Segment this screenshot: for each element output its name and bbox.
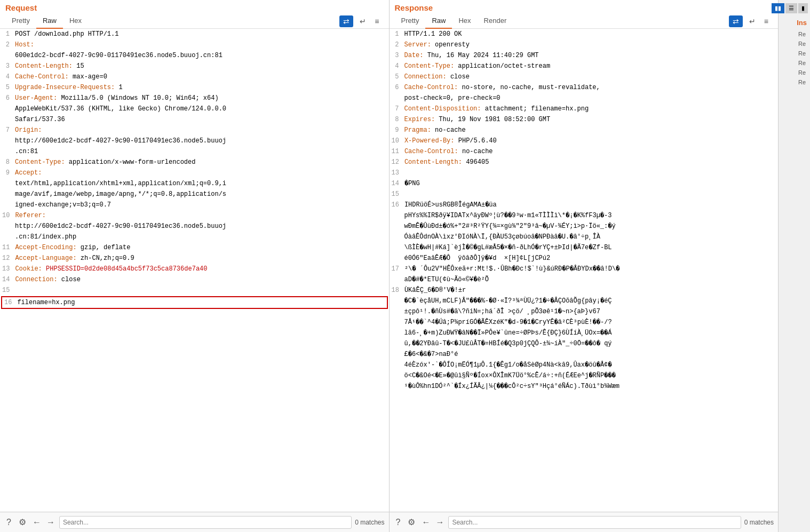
- table-row: http://600e1dc2-bcdf-4027-9c90-01170491e…: [0, 221, 389, 232]
- table-row: 17 ²\� ´Ôu2V"HÊÔxeã+r:Mt!$.·ÛBh�Ðc!$`!ù}…: [390, 264, 779, 274]
- response-content: 1 HTTP/1.1 200 OK 2 Server: openresty 3 …: [390, 29, 779, 512]
- table-row: 5 Connection: close: [390, 72, 779, 82]
- request-footer: ? ⚙ ← → 0 matches: [0, 512, 389, 532]
- table-row: ö<C�&Oé<�E»�@ûì§Ñº�Íox×ÔXÎmK7Üö°%cÊ/á÷:+…: [390, 370, 779, 381]
- table-row: ±çpô¹!.�ñÙs#�ã\?ñiN=;há´ðÎ >çö/ ¸pÕ3øê¹1…: [390, 306, 779, 317]
- inspector-item-2[interactable]: Re: [781, 39, 808, 48]
- tab-request-raw[interactable]: Raw: [36, 14, 63, 29]
- inspector-panel: ▮▮ ☰ ▮ Ins Re Re Re Re Re Re: [778, 0, 810, 532]
- table-row: 12 Accept-Language: zh-CN,zh;q=0.9: [0, 253, 389, 264]
- tab-response-render[interactable]: Render: [478, 14, 513, 29]
- table-row: AppleWebKit/537.36 (KHTML, like Gecko) C…: [0, 104, 389, 114]
- response-panel: Response Pretty Raw Hex Render ⇄ ↵ ≡ 1 H…: [390, 0, 779, 532]
- response-search-input[interactable]: [448, 516, 741, 529]
- table-row: 3 Date: Thu, 16 May 2024 11:40:29 GMT: [390, 50, 779, 61]
- tab-request-pretty[interactable]: Pretty: [5, 14, 36, 29]
- response-footer: ? ⚙ ← → 0 matches: [390, 512, 779, 532]
- table-row: mage/avif,image/webp,image/apng,*/*;q=0.…: [0, 189, 389, 200]
- table-row: 15: [390, 189, 779, 200]
- table-row: 6 Cache-Control: no-store, no-cache, mus…: [390, 82, 779, 93]
- table-row: 4 Content-Type: application/octet-stream: [390, 61, 779, 72]
- inspector-item-4[interactable]: Re: [781, 59, 808, 67]
- table-row: 2 Host:: [0, 39, 389, 50]
- request-matches-label: 0 matches: [355, 519, 384, 526]
- view-split-btn[interactable]: ▮▮: [772, 3, 784, 13]
- request-help-btn[interactable]: ?: [4, 517, 13, 528]
- table-row: 8 Expires: Thu, 19 Nov 1981 08:52:00 GMT: [390, 114, 779, 125]
- response-help-btn[interactable]: ?: [394, 517, 403, 528]
- table-row: 14 Connection: close: [0, 274, 389, 285]
- view-col-btn[interactable]: ▮: [798, 3, 808, 13]
- tab-response-hex[interactable]: Hex: [452, 14, 477, 29]
- table-row: 15: [0, 285, 389, 296]
- table-row: .cn:81/index.php: [0, 232, 389, 242]
- table-row: http://600e1dc2-bcdf-4027-9c90-01170491e…: [0, 136, 389, 146]
- view-list-btn[interactable]: ☰: [785, 3, 797, 13]
- table-row: ÓàâÊÔdnOÀ\ìxz'ÐIóNÀ\Ï,{ÐÀU53çøbúoâ�NPÐàâ…: [390, 232, 779, 242]
- table-row: �C�`èçåUH,mCLF)Â"���%-�Ø·«Ï?³¾ªÙÜ¿?1�÷�Â…: [390, 296, 779, 306]
- response-forward-btn[interactable]: →: [434, 518, 445, 527]
- table-row: 10 X-Powered-By: PHP/5.6.40: [390, 136, 779, 146]
- table-row: 4 Cache-Control: max-age=0: [0, 72, 389, 82]
- response-matches-label: 0 matches: [744, 519, 774, 526]
- table-row: wÐmÊ�ÛùÐd±�ó%+"2#³R²ŸY{¾=×gù¾"2"9³â~�µV-…: [390, 221, 779, 232]
- request-search-input[interactable]: [59, 516, 352, 529]
- table-row: 7Å¹��`^4�Úâ;P¾príGÓ�ÃÊXzéK"�d-9�1�CryYÊ�…: [390, 317, 779, 328]
- request-menu-btn[interactable]: ≡: [372, 16, 381, 27]
- table-row: 14 �PNG: [390, 178, 779, 189]
- request-panel: Request Pretty Raw Hex ⇄ ↵ ≡ 1 POST /dow…: [0, 0, 390, 532]
- table-row: 7 Origin:: [0, 125, 389, 136]
- table-row: post-check=0, pre-check=0: [390, 93, 779, 104]
- tab-response-pretty[interactable]: Pretty: [395, 14, 426, 29]
- table-row: 600e1dc2-bcdf-4027-9c90-01170491ec36.nod…: [0, 50, 389, 61]
- table-row: 9 Pragma: no-cache: [390, 125, 779, 136]
- table-row: igned-exchange;v=b3;q=0.7: [0, 200, 389, 210]
- request-settings-btn[interactable]: ⚙: [17, 516, 28, 528]
- request-forward-btn[interactable]: →: [45, 518, 56, 527]
- response-header: Response Pretty Raw Hex Render ⇄ ↵ ≡: [390, 0, 779, 29]
- table-row: 4éÈzóx'-`�ÔÍO¡mËÓ¶1µÔ.1{�Êg1/o�åSèØp4Nà<…: [390, 360, 779, 370]
- table-row: ¹�ùÔ%hn1DÓ²^`�Íx¿ÍÃÂ¿|¼{���cÔ²c÷sY"³Hçá°…: [390, 381, 779, 392]
- table-row: text/html,application/xhtml+xml,applicat…: [0, 178, 389, 189]
- table-row: lâ6-¸�+m)ZuÐWŸ�âN��Ï»PÔe¥`ûne=÷ØPÞs/Ê{ÐÇ…: [390, 328, 779, 338]
- table-row: û,��2YÐâû-T�<�JU£ûÂT�=HBÍé�Q3p0jÇQÔ-±¾~í…: [390, 338, 779, 349]
- response-copy-btn[interactable]: ⇄: [729, 15, 743, 27]
- request-toolbar: ⇄ ↵ ≡: [339, 15, 383, 27]
- table-row: £�6<�&�7>naÐ°é: [390, 349, 779, 360]
- table-row: 1 HTTP/1.1 200 OK: [390, 29, 779, 39]
- inspector-item-3[interactable]: Re: [781, 49, 808, 58]
- table-row: Safari/537.36: [0, 114, 389, 125]
- table-row: pHYs%%IR$ðÿ¥IDATx^äyÐWº¦ù?��9³w·m1«TÌÌÌì…: [390, 210, 779, 221]
- table-row: \ßÌÈ�wH|#Ká]`èjÌ�©�gL#æÅ5�×�ñ-ðLhÓ�rYÇ+±…: [390, 242, 779, 253]
- table-row: 13 Cookie: PHPSESSID=0d2de08d45a4bc5f73c…: [0, 264, 389, 274]
- response-wrap-btn[interactable]: ↵: [747, 16, 758, 27]
- table-row: 9 Accept:: [0, 168, 389, 178]
- tab-request-hex[interactable]: Hex: [63, 14, 88, 29]
- table-row: .cn:81: [0, 146, 389, 157]
- response-title: Response: [395, 3, 773, 14]
- table-row: 13: [390, 168, 779, 178]
- request-title: Request: [5, 3, 384, 14]
- request-wrap-btn[interactable]: ↵: [358, 16, 368, 27]
- table-row: 10 Referer:: [0, 210, 389, 221]
- table-row: 1 POST /download.php HTTP/1.1: [0, 29, 389, 39]
- response-settings-btn[interactable]: ⚙: [406, 516, 417, 528]
- request-header: Request Pretty Raw Hex ⇄ ↵ ≡: [0, 0, 389, 29]
- table-row: 11 Accept-Encoding: gzip, deflate: [0, 242, 389, 253]
- table-row: 3 Content-Length: 15: [0, 61, 389, 72]
- response-tabs-row: Pretty Raw Hex Render ⇄ ↵ ≡: [395, 14, 773, 28]
- inspector-item-5[interactable]: Re: [781, 68, 808, 77]
- table-row: 12 Content-Length: 496405: [390, 157, 779, 168]
- inspector-item-6[interactable]: Re: [781, 78, 808, 86]
- table-row: 11 Cache-Control: no-cache: [390, 146, 779, 157]
- response-back-btn[interactable]: ←: [420, 518, 431, 527]
- table-row: 5 Upgrade-Insecure-Requests: 1: [0, 82, 389, 93]
- inspector-item-1[interactable]: Re: [781, 30, 808, 38]
- inspector-title: Ins: [781, 17, 808, 29]
- request-content: 1 POST /download.php HTTP/1.1 2 Host: 60…: [0, 29, 389, 512]
- response-menu-btn[interactable]: ≡: [762, 16, 771, 27]
- request-copy-btn[interactable]: ⇄: [339, 15, 353, 27]
- table-row: 18 ÙKâÊÇ_6�D®'V�!±r: [390, 285, 779, 296]
- request-back-btn[interactable]: ←: [31, 518, 42, 527]
- tab-response-raw[interactable]: Raw: [425, 14, 452, 29]
